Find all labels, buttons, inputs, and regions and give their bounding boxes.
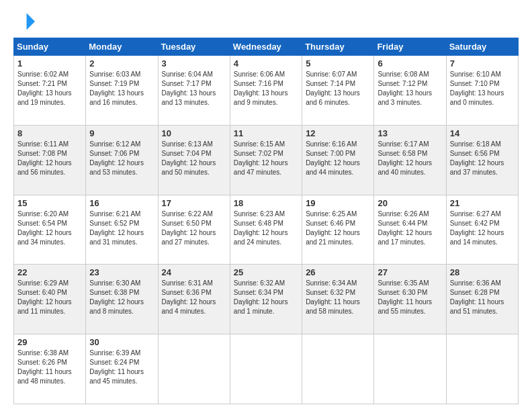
svg-marker-1 <box>30 13 35 18</box>
day-info: Sunrise: 6:16 AM Sunset: 7:00 PM Dayligh… <box>306 140 370 177</box>
day-info: Sunrise: 6:34 AM Sunset: 6:32 PM Dayligh… <box>306 279 370 316</box>
day-number: 9 <box>89 128 154 138</box>
day-info: Sunrise: 6:38 AM Sunset: 6:26 PM Dayligh… <box>17 349 82 386</box>
day-info: Sunrise: 6:02 AM Sunset: 7:21 PM Dayligh… <box>17 70 82 107</box>
day-info: Sunrise: 6:21 AM Sunset: 6:52 PM Dayligh… <box>89 210 154 247</box>
day-info: Sunrise: 6:03 AM Sunset: 7:19 PM Dayligh… <box>89 70 154 107</box>
table-row: 19 Sunrise: 6:25 AM Sunset: 6:46 PM Dayl… <box>302 195 374 265</box>
header <box>13 11 519 32</box>
day-info: Sunrise: 6:23 AM Sunset: 6:48 PM Dayligh… <box>234 210 298 247</box>
day-info: Sunrise: 6:32 AM Sunset: 6:34 PM Dayligh… <box>234 279 298 316</box>
day-number: 25 <box>234 267 298 277</box>
day-number: 13 <box>378 128 442 138</box>
day-info: Sunrise: 6:27 AM Sunset: 6:42 PM Dayligh… <box>450 210 515 247</box>
day-number: 18 <box>234 198 298 208</box>
table-row: 7 Sunrise: 6:10 AM Sunset: 7:10 PM Dayli… <box>446 56 518 126</box>
day-info: Sunrise: 6:26 AM Sunset: 6:44 PM Dayligh… <box>378 210 442 247</box>
day-info: Sunrise: 6:20 AM Sunset: 6:54 PM Dayligh… <box>17 210 82 247</box>
day-number: 20 <box>378 198 442 208</box>
day-number: 3 <box>162 58 226 68</box>
day-number: 23 <box>89 267 154 277</box>
day-info: Sunrise: 6:06 AM Sunset: 7:16 PM Dayligh… <box>234 70 298 107</box>
col-friday: Friday <box>374 38 446 56</box>
day-number: 5 <box>306 58 370 68</box>
table-row: 16 Sunrise: 6:21 AM Sunset: 6:52 PM Dayl… <box>86 195 158 265</box>
day-number: 4 <box>234 58 298 68</box>
day-number: 10 <box>162 128 226 138</box>
table-row: 1 Sunrise: 6:02 AM Sunset: 7:21 PM Dayli… <box>14 56 86 126</box>
table-row: 3 Sunrise: 6:04 AM Sunset: 7:17 PM Dayli… <box>158 56 230 126</box>
day-number: 19 <box>306 198 370 208</box>
col-thursday: Thursday <box>302 38 374 56</box>
logo-icon <box>13 11 35 32</box>
table-row: 28 Sunrise: 6:36 AM Sunset: 6:28 PM Dayl… <box>446 265 518 334</box>
table-row: 26 Sunrise: 6:34 AM Sunset: 6:32 PM Dayl… <box>302 265 374 334</box>
day-info: Sunrise: 6:08 AM Sunset: 7:12 PM Dayligh… <box>378 70 442 107</box>
day-number: 2 <box>89 58 154 68</box>
day-info: Sunrise: 6:12 AM Sunset: 7:06 PM Dayligh… <box>89 140 154 177</box>
table-row: 5 Sunrise: 6:07 AM Sunset: 7:14 PM Dayli… <box>302 56 374 126</box>
table-row: 9 Sunrise: 6:12 AM Sunset: 7:06 PM Dayli… <box>86 125 158 195</box>
table-row <box>158 334 230 404</box>
table-row <box>302 334 374 404</box>
day-info: Sunrise: 6:31 AM Sunset: 6:36 PM Dayligh… <box>162 279 226 316</box>
col-wednesday: Wednesday <box>230 38 302 56</box>
table-row: 11 Sunrise: 6:15 AM Sunset: 7:02 PM Dayl… <box>230 125 302 195</box>
table-row <box>374 334 446 404</box>
table-row: 14 Sunrise: 6:18 AM Sunset: 6:56 PM Dayl… <box>446 125 518 195</box>
table-row: 6 Sunrise: 6:08 AM Sunset: 7:12 PM Dayli… <box>374 56 446 126</box>
table-row: 8 Sunrise: 6:11 AM Sunset: 7:08 PM Dayli… <box>14 125 86 195</box>
day-info: Sunrise: 6:25 AM Sunset: 6:46 PM Dayligh… <box>306 210 370 247</box>
table-row: 24 Sunrise: 6:31 AM Sunset: 6:36 PM Dayl… <box>158 265 230 334</box>
table-row: 15 Sunrise: 6:20 AM Sunset: 6:54 PM Dayl… <box>14 195 86 265</box>
col-sunday: Sunday <box>14 38 86 56</box>
table-row: 22 Sunrise: 6:29 AM Sunset: 6:40 PM Dayl… <box>14 265 86 334</box>
day-info: Sunrise: 6:18 AM Sunset: 6:56 PM Dayligh… <box>450 140 515 177</box>
logo <box>13 11 38 32</box>
day-number: 30 <box>89 337 154 347</box>
col-monday: Monday <box>86 38 158 56</box>
calendar-week-row: 22 Sunrise: 6:29 AM Sunset: 6:40 PM Dayl… <box>14 265 519 334</box>
table-row: 27 Sunrise: 6:35 AM Sunset: 6:30 PM Dayl… <box>374 265 446 334</box>
day-info: Sunrise: 6:15 AM Sunset: 7:02 PM Dayligh… <box>234 140 298 177</box>
table-row: 13 Sunrise: 6:17 AM Sunset: 6:58 PM Dayl… <box>374 125 446 195</box>
table-row: 23 Sunrise: 6:30 AM Sunset: 6:38 PM Dayl… <box>86 265 158 334</box>
calendar-table: Sunday Monday Tuesday Wednesday Thursday… <box>13 38 519 404</box>
day-number: 6 <box>378 58 442 68</box>
day-number: 7 <box>450 58 515 68</box>
day-info: Sunrise: 6:11 AM Sunset: 7:08 PM Dayligh… <box>17 140 82 177</box>
day-info: Sunrise: 6:35 AM Sunset: 6:30 PM Dayligh… <box>378 279 442 316</box>
table-row <box>230 334 302 404</box>
day-number: 1 <box>17 58 82 68</box>
table-row: 17 Sunrise: 6:22 AM Sunset: 6:50 PM Dayl… <box>158 195 230 265</box>
page: Sunday Monday Tuesday Wednesday Thursday… <box>0 0 532 411</box>
day-info: Sunrise: 6:10 AM Sunset: 7:10 PM Dayligh… <box>450 70 515 107</box>
col-tuesday: Tuesday <box>158 38 230 56</box>
calendar-week-row: 8 Sunrise: 6:11 AM Sunset: 7:08 PM Dayli… <box>14 125 519 195</box>
svg-marker-0 <box>27 13 35 30</box>
day-number: 26 <box>306 267 370 277</box>
day-info: Sunrise: 6:07 AM Sunset: 7:14 PM Dayligh… <box>306 70 370 107</box>
day-info: Sunrise: 6:04 AM Sunset: 7:17 PM Dayligh… <box>162 70 226 107</box>
day-info: Sunrise: 6:30 AM Sunset: 6:38 PM Dayligh… <box>89 279 154 316</box>
day-number: 12 <box>306 128 370 138</box>
table-row: 20 Sunrise: 6:26 AM Sunset: 6:44 PM Dayl… <box>374 195 446 265</box>
table-row: 29 Sunrise: 6:38 AM Sunset: 6:26 PM Dayl… <box>14 334 86 404</box>
table-row: 21 Sunrise: 6:27 AM Sunset: 6:42 PM Dayl… <box>446 195 518 265</box>
calendar-week-row: 1 Sunrise: 6:02 AM Sunset: 7:21 PM Dayli… <box>14 56 519 126</box>
table-row: 10 Sunrise: 6:13 AM Sunset: 7:04 PM Dayl… <box>158 125 230 195</box>
day-info: Sunrise: 6:36 AM Sunset: 6:28 PM Dayligh… <box>450 279 515 316</box>
day-number: 21 <box>450 198 515 208</box>
col-saturday: Saturday <box>446 38 518 56</box>
calendar-week-row: 29 Sunrise: 6:38 AM Sunset: 6:26 PM Dayl… <box>14 334 519 404</box>
day-number: 28 <box>450 267 515 277</box>
day-number: 29 <box>17 337 82 347</box>
day-number: 16 <box>89 198 154 208</box>
day-number: 24 <box>162 267 226 277</box>
day-number: 17 <box>162 198 226 208</box>
day-number: 27 <box>378 267 442 277</box>
calendar-week-row: 15 Sunrise: 6:20 AM Sunset: 6:54 PM Dayl… <box>14 195 519 265</box>
day-info: Sunrise: 6:13 AM Sunset: 7:04 PM Dayligh… <box>162 140 226 177</box>
day-number: 8 <box>17 128 82 138</box>
table-row: 2 Sunrise: 6:03 AM Sunset: 7:19 PM Dayli… <box>86 56 158 126</box>
